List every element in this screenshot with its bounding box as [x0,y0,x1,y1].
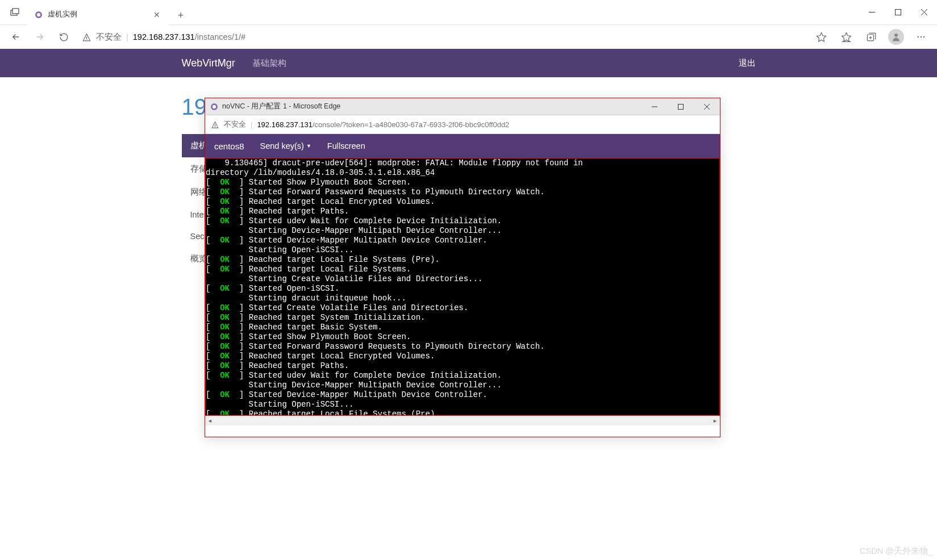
tab-title: 虚机实例 [48,10,151,19]
popup-address-bar: 不安全 | 192.168.237.131/console/?token=1-a… [205,115,720,134]
insecure-icon [82,32,91,42]
tabs-icon[interactable] [5,2,25,23]
refresh-button[interactable] [52,28,75,46]
popup-favicon-icon [210,102,219,111]
svg-point-15 [923,36,924,37]
svg-point-12 [894,34,898,37]
popup-title: noVNC - 用户配置 1 - Microsoft Edge [222,102,340,111]
svg-rect-5 [895,10,901,15]
back-button[interactable] [5,28,27,46]
popup-close-button[interactable] [694,98,720,115]
vm-name: centos8 [214,141,244,151]
nav-infrastructure[interactable]: 基础架构 [252,58,286,69]
console-output[interactable]: 9.130465] dracut-pre-udev[564]: modprobe… [205,158,720,416]
browser-tab[interactable]: 虚机实例 ✕ [27,5,169,25]
favorites-icon[interactable] [835,28,857,46]
collections-icon[interactable] [860,28,882,46]
app-brand[interactable]: WebVirtMgr [182,57,235,69]
svg-point-17 [213,105,216,108]
send-key-dropdown[interactable]: Send key(s)▼ [260,141,311,151]
app-header: WebVirtMgr 基础架构 退出 [0,49,937,77]
fullscreen-button[interactable]: Fullscreen [327,141,365,151]
svg-point-14 [921,36,922,37]
svg-rect-1 [13,9,19,14]
popup-security-label: 不安全 [224,119,246,129]
url-input[interactable]: 不安全 | 192.168.237.131/instances/1/# [76,28,809,46]
svg-rect-19 [678,104,684,109]
window-maximize-button[interactable] [885,3,911,22]
popup-minimize-button[interactable] [642,98,668,115]
tab-favicon-icon [34,10,43,19]
popup-maximize-button[interactable] [668,98,694,115]
popup-insecure-icon [211,120,219,129]
scroll-right-icon[interactable]: ► [710,416,720,426]
tab-close-icon[interactable]: ✕ [151,10,163,19]
svg-point-13 [918,36,919,37]
url-host: 192.168.237.131 [133,32,195,41]
novnc-toolbar: centos8 Send key(s)▼ Fullscreen [205,134,720,158]
scroll-left-icon[interactable]: ◄ [205,416,215,426]
new-tab-button[interactable]: + [172,7,190,25]
svg-point-3 [37,13,40,16]
popup-url-host: 192.168.237.131 [257,120,313,129]
favorite-icon[interactable] [810,28,832,46]
popup-titlebar[interactable]: noVNC - 用户配置 1 - Microsoft Edge [205,98,720,115]
address-bar: 不安全 | 192.168.237.131/instances/1/# [0,25,937,49]
novnc-popup: noVNC - 用户配置 1 - Microsoft Edge 不安全 | 19… [205,98,721,437]
more-icon[interactable] [910,28,932,46]
browser-titlebar: 虚机实例 ✕ + [0,0,937,25]
watermark: CSDN @天外来物_ [860,546,932,557]
window-close-button[interactable] [911,3,937,22]
avatar-icon [888,29,904,45]
forward-button[interactable] [28,28,51,46]
url-path: /instances/1/# [195,32,245,41]
profile-button[interactable] [885,28,907,46]
chevron-down-icon: ▼ [306,143,311,149]
logout-link[interactable]: 退出 [739,58,756,69]
popup-url-path: /console/?token=1-a480e030-67a7-6933-2f0… [313,120,509,129]
window-minimize-button[interactable] [859,3,885,22]
security-label: 不安全 [96,32,122,43]
horizontal-scrollbar[interactable]: ◄ ► [205,416,720,425]
